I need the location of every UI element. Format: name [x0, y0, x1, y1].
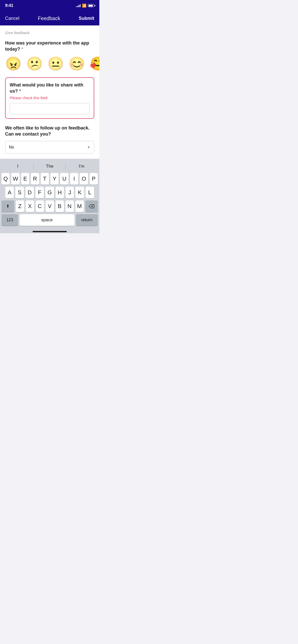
key-f[interactable]: F [35, 187, 44, 198]
main-content: Give feedback How was your experience wi… [0, 25, 99, 159]
page-title: Feedback [38, 16, 60, 21]
key-v[interactable]: V [46, 200, 54, 212]
section-label: Give feedback [5, 31, 94, 35]
key-o[interactable]: O [80, 173, 88, 185]
key-u[interactable]: U [60, 173, 68, 185]
emoji-very-satisfied[interactable]: 🥰 [90, 57, 99, 70]
predictive-item-2[interactable]: The [34, 162, 65, 171]
signal-icon [76, 4, 80, 7]
emoji-neutral[interactable]: 😐 [47, 57, 64, 70]
status-icons: 📶 [76, 4, 94, 8]
experience-question: How was your experience with the app tod… [5, 40, 94, 52]
key-e[interactable]: E [21, 173, 29, 185]
space-key[interactable]: space [20, 214, 74, 226]
key-g[interactable]: G [45, 187, 54, 198]
status-bar: 9:41 📶 [0, 0, 99, 11]
contact-select[interactable]: No Yes [9, 145, 90, 149]
home-bar [33, 231, 67, 232]
share-question: What would you like to share with us? * [10, 82, 90, 94]
error-message: Please check this field [10, 96, 90, 100]
key-z[interactable]: Z [16, 200, 24, 212]
keyboard-row-4: 123 space return [1, 214, 99, 226]
cancel-button[interactable]: Cancel [5, 16, 19, 21]
predictive-item-1[interactable]: I [2, 162, 34, 171]
status-time: 9:41 [5, 3, 13, 8]
key-h[interactable]: H [56, 187, 64, 198]
keyboard: I The I'm Q W E R T Y U I O P A S D F G … [0, 159, 99, 229]
key-a[interactable]: A [5, 187, 14, 198]
nav-bar: Cancel Feedback Submit [0, 11, 99, 25]
key-x[interactable]: X [26, 200, 34, 212]
key-y[interactable]: Y [50, 173, 59, 185]
key-s[interactable]: S [15, 187, 24, 198]
keyboard-row-1: Q W E R T Y U I O P [1, 173, 99, 185]
key-l[interactable]: L [86, 187, 94, 198]
key-d[interactable]: D [25, 187, 34, 198]
predictive-bar: I The I'm [1, 161, 99, 172]
backspace-key[interactable] [85, 200, 98, 212]
wifi-icon: 📶 [82, 4, 86, 8]
key-n[interactable]: N [65, 200, 74, 212]
emoji-rating-row: 😠 😕 😐 😊 🥰 [5, 57, 94, 70]
submit-button[interactable]: Submit [79, 16, 94, 21]
keyboard-row-2: A S D F G H J K L [1, 187, 99, 198]
keyboard-row-3: ⬆ Z X C V B N M [1, 200, 99, 212]
key-q[interactable]: Q [2, 173, 10, 185]
key-t[interactable]: T [41, 173, 49, 185]
emoji-dissatisfied[interactable]: 😕 [26, 57, 43, 70]
key-w[interactable]: W [11, 173, 19, 185]
key-c[interactable]: C [36, 200, 44, 212]
key-r[interactable]: R [31, 173, 39, 185]
home-indicator [0, 229, 99, 233]
key-i[interactable]: I [70, 173, 78, 185]
shift-key[interactable]: ⬆ [2, 200, 14, 212]
key-k[interactable]: K [75, 187, 84, 198]
number-key[interactable]: 123 [2, 214, 18, 226]
emoji-satisfied[interactable]: 😊 [69, 57, 85, 70]
emoji-very-dissatisfied[interactable]: 😠 [5, 57, 22, 70]
key-b[interactable]: B [56, 200, 64, 212]
follow-up-question: We often like to follow up on feedback. … [5, 125, 94, 137]
key-p[interactable]: P [90, 173, 98, 185]
key-m[interactable]: M [75, 200, 84, 212]
predictive-item-3[interactable]: I'm [66, 162, 98, 171]
share-question-container: What would you like to share with us? * … [5, 77, 94, 119]
contact-select-wrapper[interactable]: No Yes ▼ [5, 141, 94, 154]
key-j[interactable]: J [65, 187, 74, 198]
battery-icon [88, 4, 94, 7]
share-input[interactable] [10, 103, 90, 114]
return-key[interactable]: return [76, 214, 98, 226]
